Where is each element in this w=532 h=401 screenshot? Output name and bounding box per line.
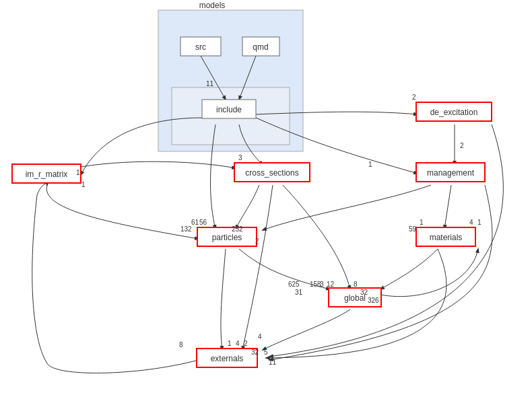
edge-label-3: 3 — [238, 154, 242, 161]
edge-label-12: 12 — [327, 281, 335, 288]
edge-label-1a: 1 — [368, 161, 372, 168]
models-label: models — [199, 1, 226, 10]
edge-label-252: 252 — [232, 225, 243, 233]
edge-label-2a: 2 — [412, 94, 416, 101]
management-label: management — [427, 168, 475, 178]
edge-label-625: 625 — [288, 281, 300, 288]
edge-label-59: 59 — [409, 225, 417, 233]
edge-label-56: 56 — [199, 219, 207, 226]
cross-sections-label: cross_sections — [245, 168, 298, 178]
edge-label-1f: 1 — [228, 340, 232, 347]
im-r-matrix-label: im_r_matrix — [26, 170, 68, 179]
edge-label-132: 132 — [180, 225, 192, 233]
edge-label-326: 326 — [368, 297, 379, 304]
edges-svg: models src qmd include de_excitation im_… — [0, 0, 532, 401]
edge-label-1e: 1 — [477, 219, 481, 226]
edge-label-3b: 3 — [320, 281, 324, 288]
edge-label-2b: 2 — [460, 142, 464, 149]
svg-line-7 — [444, 185, 451, 229]
externals-label: externals — [211, 354, 244, 363]
edge-label-1d: 1 — [420, 219, 424, 226]
edge-label-1b: 1 — [76, 169, 80, 176]
src-label: src — [195, 42, 206, 52]
edge-label-32b: 32 — [251, 349, 259, 356]
edge-label-11: 11 — [206, 80, 214, 87]
edge-label-4b: 4 — [236, 340, 240, 347]
edge-label-8b: 8 — [179, 341, 183, 349]
edge-label-5: 5 — [264, 349, 268, 356]
edge-label-61: 61 — [191, 219, 199, 226]
edge-label-2d: 2 — [244, 340, 248, 347]
include-label: include — [216, 105, 242, 114]
materials-label: materials — [430, 233, 463, 242]
edge-label-1c: 1 — [81, 181, 86, 188]
edge-label-32a: 32 — [360, 289, 368, 296]
de-excitation-label: de_excitation — [430, 108, 478, 117]
edge-label-8a: 8 — [354, 281, 358, 288]
particles-label: particles — [212, 233, 242, 242]
qmd-label: qmd — [253, 42, 268, 52]
edge-label-11b: 11 — [269, 359, 277, 366]
edge-label-2c: 2 — [255, 238, 259, 245]
diagram-container: models src qmd include de_excitation im_… — [0, 0, 532, 401]
edge-label-4c: 4 — [258, 333, 262, 340]
edge-label-31: 31 — [295, 289, 303, 296]
edge-label-4a: 4 — [469, 219, 473, 226]
